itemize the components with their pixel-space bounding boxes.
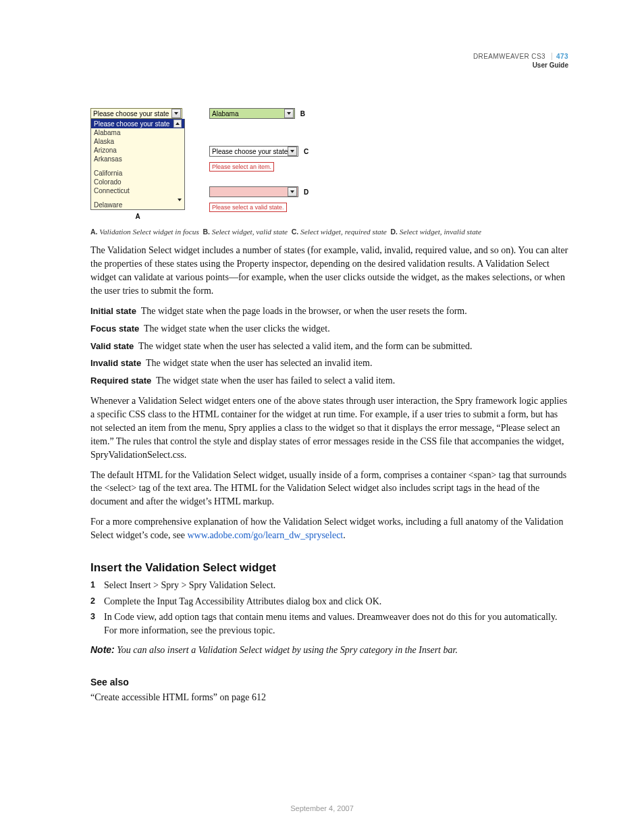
link-spryselect[interactable]: www.adobe.com/go/learn_dw_spryselect xyxy=(187,530,343,540)
step-text: Complete the Input Tag Accessibility Att… xyxy=(104,595,381,608)
definition-text: The widget state when the page loads in … xyxy=(141,306,467,316)
dropdown-arrow-icon[interactable] xyxy=(288,187,297,197)
definition-text: The widget state when the user clicks th… xyxy=(144,323,330,334)
list-item[interactable]: California xyxy=(91,169,184,178)
paragraph: The default HTML for the Validation Sele… xyxy=(90,469,568,509)
dropdown-arrow-icon[interactable] xyxy=(288,147,297,156)
select-b-text: Alabama xyxy=(210,110,284,118)
term: Initial state xyxy=(90,306,136,316)
figure-label-a: A xyxy=(90,213,185,220)
list-item-label: Delaware xyxy=(94,201,122,209)
list-item-selected[interactable]: Please choose your state xyxy=(91,119,184,128)
error-required: Please select an item. xyxy=(209,162,274,172)
step-text: In Code view, add option tags that conta… xyxy=(104,610,568,637)
paragraph: The Validation Select widget includes a … xyxy=(90,244,568,298)
caption-b-text: Select widget, valid state xyxy=(212,228,288,236)
step-number: 1 xyxy=(90,579,99,592)
figure-label-c: C xyxy=(304,148,308,155)
step-number: 3 xyxy=(90,610,99,637)
definition-text: The widget state when the user has faile… xyxy=(156,375,395,386)
heading-insert-widget: Insert the Validation Select widget xyxy=(90,560,568,576)
select-c-required[interactable]: Please choose your state xyxy=(209,146,298,157)
see-also-item: “Create accessible HTML forms” on page 6… xyxy=(90,691,568,704)
paragraph: Whenever a Validation Select widget ente… xyxy=(90,394,568,461)
list-item[interactable]: Arkansas xyxy=(91,155,184,163)
scroll-up-icon[interactable] xyxy=(173,120,182,128)
term: Invalid state xyxy=(90,358,141,368)
definition: Required state The widget state when the… xyxy=(90,374,568,388)
list-item[interactable]: Delaware xyxy=(91,201,184,209)
note-label: Note: xyxy=(90,644,115,655)
page-header: DREAMWEAVER CS3 473 User Guide xyxy=(473,53,568,70)
figure-label-b: B xyxy=(300,110,305,118)
dropdown-arrow-icon[interactable] xyxy=(171,109,181,118)
heading-see-also: See also xyxy=(90,676,568,689)
figure-label-d: D xyxy=(304,188,308,196)
definition-text: The widget state when the user has selec… xyxy=(138,341,473,351)
footer-date: September 4, 2007 xyxy=(0,804,644,812)
select-a-top-text: Please choose your state xyxy=(91,110,171,118)
page: DREAMWEAVER CS3 473 User Guide Please ch… xyxy=(0,0,644,834)
error-invalid: Please select a valid state. xyxy=(209,203,287,212)
scroll-down-icon[interactable] xyxy=(178,201,182,209)
term: Required state xyxy=(90,375,151,386)
note-text: You can also insert a Validation Select … xyxy=(117,645,458,655)
step: 3In Code view, add option tags that cont… xyxy=(90,610,568,637)
list-item[interactable]: Alaska xyxy=(91,137,184,146)
list-item[interactable]: Colorado xyxy=(91,178,184,186)
figure-validation-select-states: Please choose your state Please choose y… xyxy=(90,108,568,220)
term: Focus state xyxy=(90,323,139,334)
body-text: The Validation Select widget includes a … xyxy=(90,244,568,704)
note: Note: You can also insert a Validation S… xyxy=(90,644,568,657)
caption-d-text: Select widget, invalid state xyxy=(400,228,481,236)
caption-a-text: Validation Select widget in focus xyxy=(99,228,198,236)
select-a-top[interactable]: Please choose your state xyxy=(90,108,182,119)
para4-post: . xyxy=(343,530,346,540)
definition: Focus state The widget state when the us… xyxy=(90,322,568,336)
step-text: Select Insert > Spry > Spry Validation S… xyxy=(104,579,275,592)
list-item[interactable]: Arizona xyxy=(91,146,184,155)
caption-a-label: A. xyxy=(90,228,98,236)
figure-caption: A. Validation Select widget in focus B. … xyxy=(90,227,568,237)
paragraph: For a more comprehensive explanation of … xyxy=(90,515,568,542)
step: 1Select Insert > Spry > Spry Validation … xyxy=(90,579,568,592)
definition: Valid state The widget state when the us… xyxy=(90,340,568,353)
list-item[interactable]: Alabama xyxy=(91,128,184,137)
caption-c-label: C. xyxy=(292,228,299,236)
definition: Initial state The widget state when the … xyxy=(90,305,568,318)
caption-d-label: D. xyxy=(391,228,398,236)
select-c-text: Please choose your state xyxy=(210,148,288,155)
select-d-invalid[interactable] xyxy=(209,186,298,197)
definition-text: The widget state when the user has selec… xyxy=(146,358,373,368)
product-name: DREAMWEAVER CS3 xyxy=(473,53,545,60)
figure-col-bcd: Alabama B Please choose your state C Ple… xyxy=(209,108,305,212)
guide-name: User Guide xyxy=(473,61,568,70)
list-item-label: Please choose your state xyxy=(94,120,169,128)
definition: Invalid state The widget state when the … xyxy=(90,357,568,370)
steps-list: 1Select Insert > Spry > Spry Validation … xyxy=(90,579,568,637)
dropdown-arrow-icon[interactable] xyxy=(284,109,294,118)
page-number: 473 xyxy=(552,53,568,60)
caption-b-label: B. xyxy=(203,228,210,236)
list-item[interactable]: Connecticut xyxy=(91,186,184,195)
caption-c-text: Select widget, required state xyxy=(300,228,387,236)
step-number: 2 xyxy=(90,595,99,608)
step: 2Complete the Input Tag Accessibility At… xyxy=(90,595,568,608)
term: Valid state xyxy=(90,341,134,351)
select-a-listbox[interactable]: Please choose your state Alabama Alaska … xyxy=(90,119,185,210)
select-b-valid[interactable]: Alabama xyxy=(209,108,295,119)
figure-col-a: Please choose your state Please choose y… xyxy=(90,108,185,220)
